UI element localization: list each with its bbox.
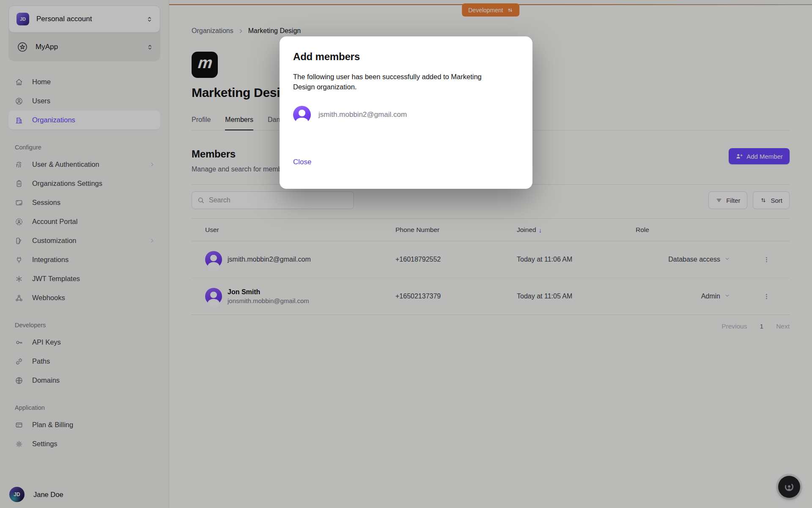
modal-title: Add members xyxy=(293,51,519,63)
modal-body-text: The following user has been successfully… xyxy=(293,72,488,92)
user-avatar xyxy=(293,106,311,124)
add-members-modal: Add members The following user has been … xyxy=(280,36,532,189)
added-user-row: jsmith.mobbin2@gmail.com xyxy=(293,106,519,124)
modal-close-button[interactable]: Close xyxy=(293,158,311,166)
added-user-email: jsmith.mobbin2@gmail.com xyxy=(318,110,407,119)
